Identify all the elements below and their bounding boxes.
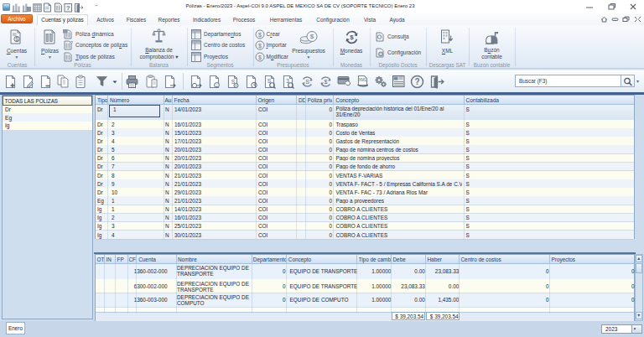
svg-text:$: $ [15, 36, 18, 42]
svg-text:$: $ [310, 33, 314, 40]
svg-text:?: ? [70, 40, 73, 45]
svg-text:$: $ [325, 79, 328, 85]
svg-text:$: $ [258, 54, 262, 60]
svg-text:?: ? [414, 77, 419, 86]
svg-text:S: S [305, 79, 309, 85]
svg-text:$: $ [258, 31, 262, 37]
svg-text:$: $ [258, 43, 262, 49]
svg-text:$: $ [350, 34, 354, 41]
svg-text:XML: XML [359, 78, 367, 82]
